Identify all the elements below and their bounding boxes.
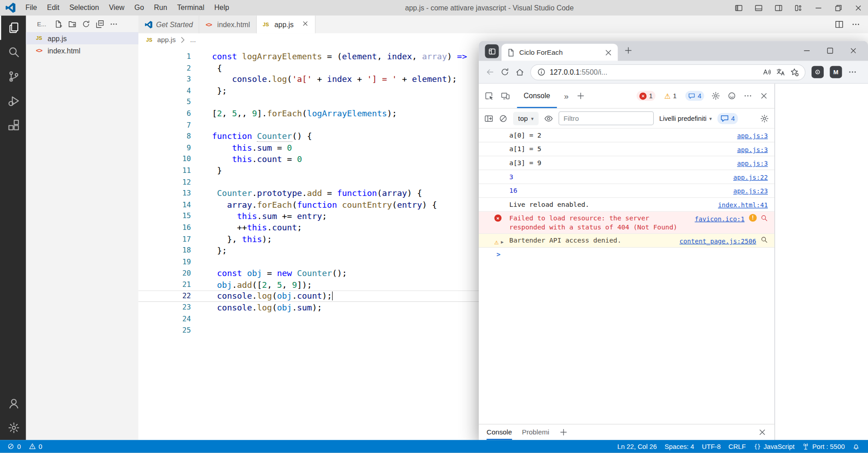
live-expression-icon[interactable] <box>544 114 553 123</box>
menu-edit[interactable]: Edit <box>42 0 64 15</box>
browser-minimize-button[interactable] <box>795 42 818 59</box>
restore-button[interactable] <box>828 0 848 15</box>
new-tab-button[interactable] <box>624 46 633 55</box>
devtools-close-icon[interactable] <box>760 91 769 100</box>
browser-tab[interactable]: Ciclo ForEach <box>501 44 618 61</box>
explorer-action-new-file[interactable] <box>54 19 62 28</box>
status-language-mode[interactable]: {}JavaScript <box>750 440 798 453</box>
toggle-panel-icon[interactable] <box>749 0 769 15</box>
more-panels-icon[interactable]: » <box>564 91 569 100</box>
read-aloud-icon[interactable] <box>762 67 771 76</box>
menu-run[interactable]: Run <box>149 0 172 15</box>
activity-run-and-debug[interactable] <box>0 89 26 113</box>
source-link[interactable]: favicon.ico:1 <box>695 215 745 224</box>
menu-file[interactable]: File <box>20 0 42 15</box>
site-info-icon[interactable] <box>537 67 546 76</box>
workspaces-icon[interactable] <box>485 44 499 58</box>
console-message[interactable]: Live reload enabled.index.html:41 <box>479 198 774 212</box>
tab-console[interactable]: Console <box>517 84 557 108</box>
issue-badge[interactable]: ! <box>749 214 757 222</box>
customize-layout-icon[interactable] <box>788 0 808 15</box>
activity-explorer[interactable] <box>0 15 26 40</box>
status-cursor-position[interactable]: Ln 22, Col 26 <box>613 440 661 453</box>
sidebar-item-index.html[interactable]: <>index.html <box>26 44 139 57</box>
tab-close-icon[interactable] <box>604 48 613 57</box>
browser-close-button[interactable] <box>841 42 864 59</box>
console-prompt[interactable]: > <box>479 248 774 260</box>
console-message[interactable]: a[0] = 2app.js:3 <box>479 129 774 143</box>
status-indentation[interactable]: Spaces: 4 <box>660 440 698 453</box>
breadcrumb-file[interactable]: app.js <box>157 36 176 44</box>
drawer-add-icon[interactable] <box>559 428 568 437</box>
tab-close-icon[interactable] <box>302 20 309 29</box>
breadcrumb-symbol[interactable]: ... <box>190 36 196 44</box>
status-errors[interactable]: 0 <box>3 440 24 453</box>
menu-terminal[interactable]: Terminal <box>172 0 209 15</box>
activity-search[interactable] <box>0 40 26 64</box>
drawer-tab-console[interactable]: Console <box>486 424 512 440</box>
status-live-server-port[interactable]: Port : 5500 <box>798 440 849 453</box>
status-eol[interactable]: CRLF <box>725 440 750 453</box>
menu-view[interactable]: View <box>104 0 129 15</box>
search-message-icon[interactable] <box>760 214 768 221</box>
url-text[interactable]: 127.0.0.1:5500/i... <box>550 68 607 76</box>
console-message[interactable]: a[1] = 5app.js:3 <box>479 143 774 157</box>
activity-source-control[interactable] <box>0 64 26 89</box>
m-extension-icon[interactable]: M <box>830 66 842 78</box>
drawer-close-icon[interactable] <box>758 428 767 437</box>
devtools-message-badge[interactable]: 4 <box>685 91 704 101</box>
refresh-icon[interactable] <box>500 67 509 76</box>
source-link[interactable]: app.js:22 <box>733 173 768 182</box>
devtools-warning-badge[interactable]: ⚠1 <box>661 91 679 101</box>
menu-go[interactable]: Go <box>129 0 149 15</box>
feedback-icon[interactable] <box>727 91 736 100</box>
filter-input[interactable] <box>558 111 654 125</box>
menu-selection[interactable]: Selection <box>64 0 104 15</box>
explorer-action-refresh[interactable] <box>82 19 90 28</box>
status-notifications[interactable] <box>849 440 863 453</box>
explorer-action-ellipsis[interactable] <box>109 19 118 28</box>
translate-icon[interactable] <box>776 67 785 76</box>
context-selector[interactable]: top▾ <box>513 112 538 125</box>
close-button[interactable] <box>848 0 868 15</box>
clear-console-icon[interactable] <box>499 114 508 123</box>
expander-icon[interactable]: ▶ <box>501 238 504 247</box>
address-bar[interactable]: 127.0.0.1:5500/i... <box>530 64 806 80</box>
sidebar-item-app.js[interactable]: JSapp.js <box>26 32 139 44</box>
source-link[interactable]: index.html:41 <box>718 200 768 210</box>
explorer-action-new-folder[interactable] <box>68 19 76 28</box>
source-link[interactable]: app.js:23 <box>733 187 768 196</box>
console-settings-icon[interactable] <box>760 114 769 123</box>
toggle-secondary-sidebar-icon[interactable] <box>769 0 788 15</box>
console-sidebar-icon[interactable] <box>484 114 493 123</box>
extension-icon[interactable] <box>811 66 824 78</box>
browser-tab-title[interactable]: Ciclo ForEach <box>519 48 600 56</box>
toggle-sidebar-icon[interactable] <box>728 0 748 15</box>
minimize-button[interactable] <box>808 0 828 15</box>
activity-settings[interactable] <box>0 415 26 440</box>
status-encoding[interactable]: UTF-8 <box>698 440 725 453</box>
devtools-more-icon[interactable] <box>743 91 752 100</box>
browser-settings-icon[interactable] <box>848 67 857 76</box>
log-levels-selector[interactable]: Livelli predefiniti▾ <box>659 114 712 122</box>
back-icon[interactable] <box>486 67 495 76</box>
console-message[interactable]: ⚠▶Bartender API access denied.content_pa… <box>479 234 774 248</box>
source-link[interactable]: content_page.js:2506 <box>679 237 756 246</box>
source-link[interactable]: app.js:3 <box>737 131 768 140</box>
devtools-error-badge[interactable]: ×1 <box>637 91 656 101</box>
menu-help[interactable]: Help <box>209 0 234 15</box>
tab-get-started[interactable]: Get Started <box>138 15 199 33</box>
console-message[interactable]: 3app.js:22 <box>479 170 774 184</box>
add-favorite-icon[interactable] <box>790 67 799 76</box>
device-toolbar-icon[interactable] <box>501 91 510 100</box>
status-warnings[interactable]: 0 <box>25 440 46 453</box>
console-message[interactable]: 16app.js:23 <box>479 184 774 198</box>
console-message[interactable]: a[3] = 9app.js:3 <box>479 156 774 170</box>
inspect-element-icon[interactable] <box>485 91 494 100</box>
search-message-icon[interactable] <box>760 236 768 243</box>
tab-app.js[interactable]: JSapp.js <box>257 15 316 33</box>
editor-more-actions-icon[interactable] <box>851 20 860 29</box>
explorer-action-collapse-all[interactable] <box>95 19 104 28</box>
console-message[interactable]: ×Failed to load resource: the server res… <box>479 212 774 234</box>
tab-index.html[interactable]: <>index.html <box>199 15 256 33</box>
